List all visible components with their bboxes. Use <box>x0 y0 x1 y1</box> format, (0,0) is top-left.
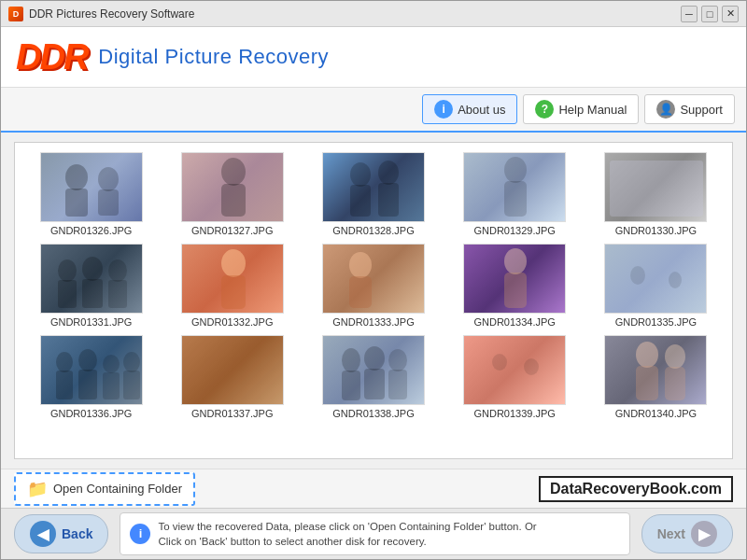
svg-point-8 <box>378 161 399 185</box>
svg-rect-18 <box>108 280 127 308</box>
svg-point-44 <box>636 342 658 368</box>
brand-text: DataRecoveryBook.com <box>539 476 733 502</box>
gallery-item[interactable]: GNDR01333.JPG <box>306 244 440 328</box>
svg-rect-3 <box>98 189 119 216</box>
photo-filename: GNDR01335.JPG <box>615 316 697 328</box>
svg-point-6 <box>350 162 371 187</box>
svg-point-43 <box>524 358 539 375</box>
main-content: GNDR01326.JPGGNDR01327.JPGGNDR01328.JPGG… <box>14 142 733 459</box>
photo-filename: GNDR01337.JPG <box>191 408 273 419</box>
gallery-item[interactable]: GNDR01328.JPG <box>306 152 440 236</box>
svg-rect-20 <box>221 275 246 309</box>
photo-thumbnail[interactable] <box>463 152 566 222</box>
svg-point-29 <box>78 349 97 371</box>
gallery-item[interactable]: GNDR01335.JPG <box>589 244 723 328</box>
svg-rect-39 <box>364 369 385 399</box>
svg-point-4 <box>221 158 246 186</box>
photo-thumbnail[interactable] <box>604 244 707 314</box>
svg-rect-34 <box>123 371 140 399</box>
photo-thumbnail[interactable] <box>40 152 143 222</box>
nav-info-text: To view the recovered Data, please click… <box>158 519 536 549</box>
close-button[interactable]: ✕ <box>722 6 739 22</box>
gallery-item[interactable]: GNDR01332.JPG <box>165 244 299 328</box>
photo-filename: GNDR01330.JPG <box>615 225 697 236</box>
gallery-item[interactable]: GNDR01336.JPG <box>24 335 158 419</box>
folder-icon: 📁 <box>27 479 48 499</box>
gallery-item[interactable]: GNDR01329.JPG <box>448 152 582 236</box>
photo-thumbnail[interactable] <box>604 335 707 405</box>
photo-thumbnail[interactable] <box>181 152 284 222</box>
svg-rect-35 <box>182 335 284 404</box>
svg-point-17 <box>108 259 127 282</box>
photo-filename: GNDR01326.JPG <box>50 225 132 236</box>
gallery-item[interactable]: GNDR01330.JPG <box>589 152 723 236</box>
app-header: DDR Digital Picture Recovery <box>1 27 746 88</box>
restore-button[interactable]: □ <box>701 6 718 22</box>
svg-rect-5 <box>221 184 246 217</box>
nav-info: i To view the recovered Data, please cli… <box>120 512 629 555</box>
support-icon: 👤 <box>656 100 675 119</box>
back-button[interactable]: ◀ Back <box>14 514 108 553</box>
photo-thumbnail[interactable] <box>322 152 425 222</box>
info-icon: i <box>434 100 453 119</box>
photo-thumbnail[interactable] <box>463 335 566 405</box>
svg-point-46 <box>665 344 685 369</box>
svg-point-10 <box>504 157 527 183</box>
gallery-item[interactable]: GNDR01334.JPG <box>448 244 582 328</box>
help-icon: ? <box>535 100 554 119</box>
app-title: Digital Picture Recovery <box>98 45 329 69</box>
photo-filename: GNDR01332.JPG <box>191 316 273 328</box>
photo-filename: GNDR01327.JPG <box>191 225 273 236</box>
app-icon: D <box>8 7 23 21</box>
nav-info-icon: i <box>130 524 150 544</box>
next-icon: ▶ <box>691 521 717 547</box>
gallery-item[interactable]: GNDR01331.JPG <box>24 244 158 328</box>
svg-point-26 <box>669 272 682 288</box>
photo-filename: GNDR01340.JPG <box>615 408 697 419</box>
gallery-item[interactable]: GNDR01339.JPG <box>448 335 582 419</box>
help-button[interactable]: ? Help Manual <box>523 94 639 124</box>
photo-thumbnail[interactable] <box>463 244 566 314</box>
gallery-item[interactable]: GNDR01337.JPG <box>165 335 299 419</box>
svg-rect-41 <box>388 370 407 399</box>
photo-thumbnail[interactable] <box>604 152 707 222</box>
gallery-item[interactable]: GNDR01338.JPG <box>306 335 440 419</box>
help-label: Help Manual <box>558 103 627 117</box>
photo-thumbnail[interactable] <box>181 244 284 314</box>
nav-bar: ◀ Back i To view the recovered Data, ple… <box>1 508 746 559</box>
support-button[interactable]: 👤 Support <box>644 94 735 124</box>
photo-thumbnail[interactable] <box>40 335 143 405</box>
svg-rect-16 <box>82 279 103 308</box>
photo-filename: GNDR01329.JPG <box>473 225 555 236</box>
photo-thumbnail[interactable] <box>40 244 143 314</box>
svg-point-27 <box>56 352 73 372</box>
gallery-area[interactable]: GNDR01326.JPGGNDR01327.JPGGNDR01328.JPGG… <box>15 143 732 458</box>
about-button[interactable]: i About us <box>422 94 517 124</box>
minimize-button[interactable]: ─ <box>681 6 698 22</box>
svg-point-33 <box>123 352 140 372</box>
svg-rect-47 <box>665 367 685 400</box>
svg-rect-1 <box>65 189 88 217</box>
open-folder-button[interactable]: 📁 Open Containing Folder <box>14 472 195 506</box>
title-bar: D DDR Pictures Recovery Software ─ □ ✕ <box>1 1 746 27</box>
about-label: About us <box>458 103 505 117</box>
photo-filename: GNDR01331.JPG <box>50 316 132 328</box>
svg-point-31 <box>103 355 120 373</box>
photo-thumbnail[interactable] <box>322 335 425 405</box>
next-button[interactable]: Next ▶ <box>641 514 733 553</box>
photo-thumbnail[interactable] <box>181 335 284 405</box>
svg-rect-11 <box>504 181 527 217</box>
gallery-item[interactable]: GNDR01326.JPG <box>24 152 158 236</box>
svg-point-2 <box>98 167 119 191</box>
svg-rect-28 <box>56 371 73 399</box>
svg-rect-22 <box>349 276 372 308</box>
photo-filename: GNDR01338.JPG <box>332 408 414 419</box>
gallery-item[interactable]: GNDR01327.JPG <box>165 152 299 236</box>
photo-thumbnail[interactable] <box>322 244 425 314</box>
back-icon: ◀ <box>30 521 56 547</box>
bottom-bar: 📁 Open Containing Folder DataRecoveryBoo… <box>1 469 746 508</box>
window-title: DDR Pictures Recovery Software <box>29 7 194 21</box>
gallery-item[interactable]: GNDR01340.JPG <box>589 335 723 419</box>
svg-point-0 <box>65 164 88 190</box>
svg-point-42 <box>492 354 507 371</box>
